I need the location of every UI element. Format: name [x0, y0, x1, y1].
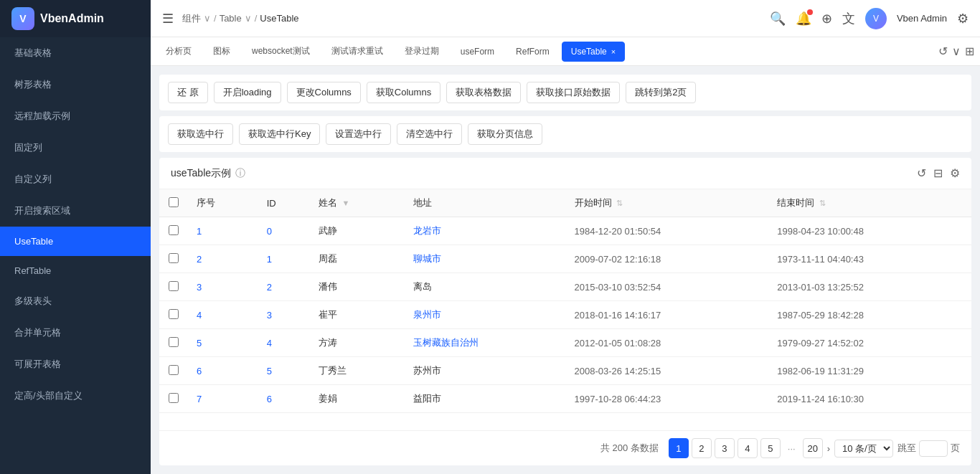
tab-ref-form[interactable]: RefForm	[507, 42, 559, 62]
search-icon[interactable]: 🔍	[770, 11, 786, 27]
row-end-1: 1973-11-11 04:40:43	[768, 245, 971, 273]
row-seq-1: 2	[188, 245, 258, 273]
row-checkbox-2[interactable]	[159, 273, 188, 301]
tabs-refresh-icon[interactable]: ↺	[938, 44, 948, 58]
table-refresh-icon[interactable]: ↺	[917, 166, 926, 180]
page-btn-4[interactable]: 4	[738, 438, 758, 458]
breadcrumb-current: UseTable	[260, 13, 298, 24]
btn-goto-page2[interactable]: 跳转到第2页	[626, 82, 696, 103]
row-id-2: 2	[258, 273, 310, 301]
row-start-3: 2018-01-16 14:16:17	[566, 301, 769, 329]
table-settings-icon[interactable]: ⚙	[950, 166, 960, 180]
sidebar-item-search-area[interactable]: 开启搜索区域	[0, 195, 151, 227]
row-seq-2: 3	[188, 273, 258, 301]
sidebar-item-expand-table[interactable]: 可展开表格	[0, 349, 151, 380]
logo: V VbenAdmin	[0, 0, 151, 37]
btn-loading[interactable]: 开启loading	[214, 82, 281, 103]
btn-get-selected-row[interactable]: 获取选中行	[168, 123, 233, 145]
topbar: ☰ 组件 ∨ / Table ∨ / UseTable 🔍 🔔 ⊕ 文 V Vb…	[151, 0, 980, 37]
tab-use-form[interactable]: useForm	[451, 42, 504, 62]
sidebar-item-fixed-header[interactable]: 定高/头部自定义	[0, 380, 151, 412]
content-area: 还 原开启loading更改Columns获取Columns获取表格数据获取接口…	[151, 66, 980, 474]
table-row: 5 4 方涛 玉树藏族自治州 2012-01-05 01:08:28 1979-…	[159, 329, 971, 357]
btn-get-table-data[interactable]: 获取表格数据	[446, 82, 521, 103]
table-column-icon[interactable]: ⊟	[933, 166, 943, 180]
settings-icon[interactable]: ⚙	[957, 11, 969, 27]
row-name-2: 潘伟	[310, 273, 405, 301]
sidebar-item-remote-load[interactable]: 远程加载示例	[0, 100, 151, 132]
sidebar-item-custom-col[interactable]: 自定义列	[0, 163, 151, 195]
tabs-maximize-icon[interactable]: ⊞	[965, 44, 974, 58]
page-btn-5[interactable]: 5	[760, 438, 781, 458]
sidebar-item-fixed-col[interactable]: 固定列	[0, 132, 151, 163]
jump-before-label: 跳至	[897, 442, 916, 455]
table-section: useTable示例 ⓘ ↺ ⊟ ⚙ 序号 ID 姓名 ▼	[159, 158, 971, 465]
pagination: 共 200 条数据 12345 ··· 20 › 10 条/页 20 条/页 5…	[159, 430, 971, 465]
btn-restore[interactable]: 还 原	[168, 82, 208, 103]
sidebar-item-merge-cell[interactable]: 合并单元格	[0, 317, 151, 349]
menu-toggle-icon[interactable]: ☰	[162, 11, 174, 27]
page-btn-2[interactable]: 2	[692, 438, 712, 458]
page-next-icon[interactable]: ›	[827, 443, 830, 454]
btn-change-columns[interactable]: 更改Columns	[287, 82, 361, 103]
logo-text: VbenAdmin	[40, 12, 104, 25]
row-name-1: 周磊	[310, 245, 405, 273]
translate-icon[interactable]: 文	[842, 10, 855, 27]
row-end-0: 1998-04-23 10:00:48	[768, 217, 971, 245]
sidebar-item-ref-table[interactable]: RefTable	[0, 256, 151, 285]
jump-after-label: 页	[951, 442, 960, 455]
page-btn-3[interactable]: 3	[715, 438, 735, 458]
row-end-5: 1982-06-19 11:31:29	[768, 357, 971, 385]
info-icon[interactable]: ⓘ	[235, 167, 245, 180]
tab-login-expire[interactable]: 登录过期	[395, 40, 448, 62]
row-id-3: 3	[258, 301, 310, 329]
tab-icon[interactable]: 图标	[204, 40, 240, 62]
row-checkbox-4[interactable]	[159, 329, 188, 357]
row-name-0: 武静	[310, 217, 405, 245]
toolbar-row2: 获取选中行获取选中行Key设置选中行清空选中行获取分页信息	[159, 116, 971, 152]
tab-analyze[interactable]: 分析页	[156, 40, 201, 62]
btn-get-selected-key[interactable]: 获取选中行Key	[239, 123, 320, 145]
btn-set-selected-row[interactable]: 设置选中行	[326, 123, 391, 145]
tab-close-use-table[interactable]: ×	[611, 47, 616, 56]
row-name-4: 方涛	[310, 329, 405, 357]
tab-use-table[interactable]: UseTable×	[562, 42, 625, 62]
col-start[interactable]: 开始时间 ⇅	[566, 189, 769, 217]
col-end[interactable]: 结束时间 ⇅	[768, 189, 971, 217]
page-last[interactable]: 20	[803, 438, 823, 458]
sidebar-item-tree-table[interactable]: 树形表格	[0, 69, 151, 100]
jump-input[interactable]	[919, 440, 948, 457]
sidebar-item-basic-table[interactable]: 基础表格	[0, 37, 151, 69]
tab-websocket[interactable]: websocket测试	[242, 40, 319, 62]
btn-get-api-data[interactable]: 获取接口原始数据	[527, 82, 620, 103]
select-all-header[interactable]	[159, 189, 188, 217]
row-checkbox-3[interactable]	[159, 301, 188, 329]
btn-get-pagination[interactable]: 获取分页信息	[468, 123, 542, 145]
btn-get-columns[interactable]: 获取Columns	[367, 82, 440, 103]
toolbar-row1: 还 原开启loading更改Columns获取Columns获取表格数据获取接口…	[159, 75, 971, 110]
row-checkbox-1[interactable]	[159, 245, 188, 273]
tabs-dropdown-icon[interactable]: ∨	[952, 44, 961, 58]
avatar[interactable]: V	[865, 8, 887, 29]
sidebar-item-multi-header[interactable]: 多级表头	[0, 285, 151, 317]
tab-test-request[interactable]: 测试请求重试	[322, 40, 392, 62]
btn-clear-selected-row[interactable]: 清空选中行	[397, 123, 462, 145]
page-size-select[interactable]: 10 条/页 20 条/页 50 条/页	[834, 440, 893, 458]
row-seq-6: 7	[188, 385, 258, 413]
col-name[interactable]: 姓名 ▼	[310, 189, 405, 217]
table-row: 7 6 姜娟 益阳市 1997-10-28 06:44:23 2019-11-2…	[159, 385, 971, 413]
notification-icon[interactable]: 🔔	[796, 11, 811, 27]
tabs-controls: ↺ ∨ ⊞	[938, 44, 974, 58]
row-checkbox-5[interactable]	[159, 357, 188, 385]
sidebar-item-use-table[interactable]: UseTable	[0, 227, 151, 256]
row-checkbox-0[interactable]	[159, 217, 188, 245]
fullscreen-icon[interactable]: ⊕	[821, 11, 832, 27]
row-address-1: 聊城市	[405, 245, 566, 273]
row-id-1: 1	[258, 245, 310, 273]
table-row: 2 1 周磊 聊城市 2009-07-02 12:16:18 1973-11-1…	[159, 245, 971, 273]
table-title: useTable示例 ⓘ	[171, 167, 245, 180]
page-btn-1[interactable]: 1	[669, 438, 689, 458]
row-address-2: 离岛	[405, 273, 566, 301]
row-checkbox-6[interactable]	[159, 385, 188, 413]
row-address-0: 龙岩市	[405, 217, 566, 245]
